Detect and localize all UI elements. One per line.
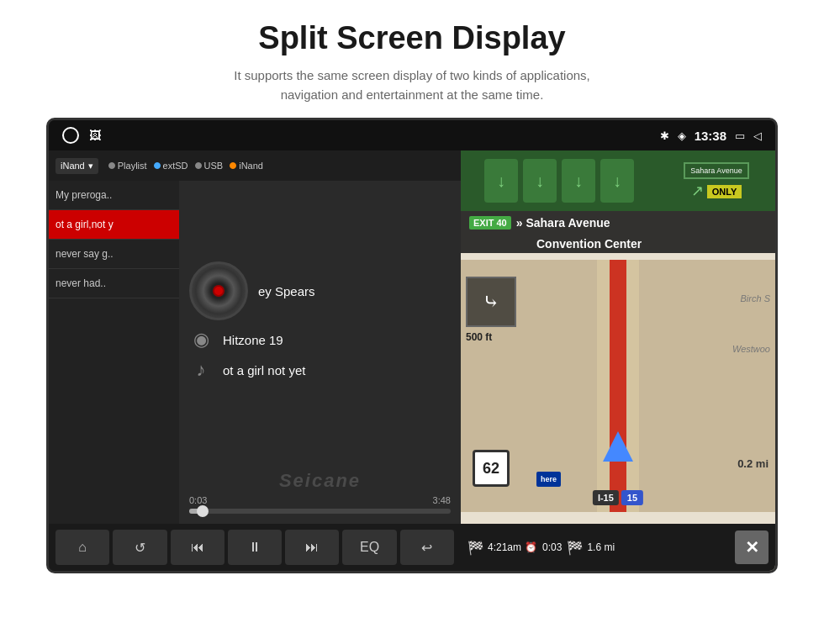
turn-icon-box: ⤷	[466, 277, 516, 327]
distance-500ft: 500 ft	[466, 331, 492, 343]
music-player-panel: iNand ▾ Playlist extSD USB	[49, 150, 461, 571]
radio-playlist-icon	[108, 162, 115, 169]
player-info: ey Spears ◉ Hitzone 19 ♪ ot a girl not y…	[189, 191, 451, 460]
nav-elapsed: 0:03	[542, 541, 562, 553]
arrow-right-icon: ↗	[691, 182, 704, 200]
radio-usb-icon	[195, 162, 202, 169]
nav-direction-arrow	[603, 431, 633, 462]
speed-limit-badge: 62	[473, 450, 510, 487]
source-bar: iNand ▾ Playlist extSD USB	[49, 150, 461, 181]
street-sign: Sahara Avenue	[684, 162, 748, 179]
arrow-down-3: ↓	[562, 159, 595, 203]
status-right: ✱ ◈ 13:38 ▭ ◁	[660, 129, 762, 143]
nav-close-button[interactable]: ✕	[735, 531, 769, 564]
source-extsd[interactable]: extSD	[154, 161, 188, 171]
artist-row: ey Spears	[189, 261, 451, 320]
exit-info: EXIT 40 » Sahara Avenue	[461, 211, 775, 235]
music-note-icon: ♪	[189, 359, 213, 381]
progress-section: Seicane 0:03 3:48	[189, 460, 451, 514]
device-frame: 🖼 ✱ ◈ 13:38 ▭ ◁ iNand ▾ Playlist	[46, 118, 778, 573]
highway-badge: I-15 15	[593, 490, 643, 505]
back-icon: ◁	[753, 129, 762, 142]
page-subtitle: It supports the same screen display of t…	[34, 66, 790, 104]
road-label-birch: Birch S	[741, 293, 770, 304]
map-visual: ⤷ 500 ft Birch S Westwoo 62 here	[461, 260, 775, 512]
source-label: iNand	[61, 161, 85, 171]
flag-start-icon: 🏁	[467, 540, 484, 556]
arrow-down-2: ↓	[523, 159, 557, 203]
nav-map: ↓ ↓ ↓ ↓ Sahara Avenue ↗ ONLY	[461, 150, 775, 571]
nav-bottom-bar: 🏁 4:21am ⏰ 0:03 🏁 1.6 mi ✕	[461, 524, 775, 571]
source-playlist[interactable]: Playlist	[108, 161, 147, 171]
disc-icon: ◉	[189, 329, 213, 351]
clock-icon: ⏰	[525, 541, 537, 553]
progress-bar[interactable]	[189, 509, 451, 514]
venue-name: Convention Center	[536, 237, 642, 251]
window-icon: ▭	[735, 129, 745, 142]
watermark: Seicane	[189, 467, 451, 495]
progress-times: 0:03 3:48	[189, 495, 451, 505]
page-header: Split Screen Display It supports the sam…	[0, 0, 824, 118]
arrow-down-4: ↓	[600, 159, 634, 203]
track-name: ot a girl not yet	[223, 363, 305, 377]
only-badge: ONLY	[707, 185, 742, 198]
track-row: ♪ ot a girl not yet	[189, 359, 451, 381]
list-item[interactable]: ot a girl,not y	[49, 210, 179, 240]
next-button[interactable]: ⏭	[285, 530, 339, 565]
road-label-westwood: Westwoo	[732, 344, 770, 354]
back-button[interactable]: ↩	[400, 530, 454, 565]
nav-info: 🏁 4:21am ⏰ 0:03 🏁 1.6 mi	[467, 540, 735, 556]
road-highlight	[610, 260, 626, 512]
progress-thumb[interactable]	[197, 505, 209, 517]
home-circle-icon	[62, 127, 79, 144]
repeat-button[interactable]: ↺	[113, 530, 166, 565]
disc-center	[213, 285, 224, 297]
navigation-panel: ↓ ↓ ↓ ↓ Sahara Avenue ↗ ONLY	[461, 150, 775, 571]
nav-distance: 0.2 mi	[737, 457, 769, 470]
highway-shield: 15	[621, 490, 643, 505]
source-options: Playlist extSD USB iNand	[108, 161, 263, 171]
artist-name: ey Spears	[258, 284, 315, 298]
here-badge: here	[536, 472, 561, 487]
nav-eta: 🏁 4:21am ⏰	[467, 540, 537, 556]
source-dropdown[interactable]: iNand ▾	[55, 158, 98, 174]
playlist-sidebar: My preroga.. ot a girl,not y never say g…	[49, 181, 179, 524]
image-icon: 🖼	[89, 129, 101, 142]
exit-street: » Sahara Avenue	[516, 216, 610, 230]
direction-banner: ↓ ↓ ↓ ↓ Sahara Avenue ↗ ONLY	[461, 150, 775, 211]
album-name: Hitzone 19	[223, 333, 283, 347]
page-title: Split Screen Display	[34, 20, 790, 56]
source-usb[interactable]: USB	[195, 161, 224, 171]
player-content-area: My preroga.. ot a girl,not y never say g…	[49, 181, 461, 524]
street-sign-section: Sahara Avenue ↗ ONLY	[658, 150, 775, 211]
pause-button[interactable]: ⏸	[228, 530, 282, 565]
eq-button[interactable]: EQ	[342, 530, 396, 565]
radio-inand-icon	[230, 162, 236, 169]
album-row: ◉ Hitzone 19	[189, 329, 451, 351]
controls-bar: ⌂ ↺ ⏮ ⏸ ⏭ EQ ↩	[49, 524, 461, 571]
nav-remaining: 🏁 1.6 mi	[567, 540, 615, 556]
location-icon: ◈	[678, 129, 686, 142]
exit-badge: EXIT 40	[469, 216, 511, 230]
status-bar: 🖼 ✱ ◈ 13:38 ▭ ◁	[49, 120, 775, 150]
arrow-down-1: ↓	[484, 159, 518, 203]
dropdown-chevron-icon: ▾	[88, 161, 93, 172]
time-total: 3:48	[433, 495, 451, 505]
status-left: 🖼	[62, 127, 101, 144]
status-time: 13:38	[695, 129, 726, 143]
bluetooth-icon: ✱	[660, 129, 669, 142]
list-item[interactable]: never say g..	[49, 240, 179, 269]
time-current: 0:03	[189, 495, 207, 505]
direction-arrows: ↓ ↓ ↓ ↓	[461, 150, 658, 211]
highway-name: I-15	[593, 490, 619, 505]
list-item[interactable]: My preroga..	[49, 181, 179, 210]
album-disc	[189, 261, 248, 320]
list-item[interactable]: never had..	[49, 269, 179, 298]
source-inand[interactable]: iNand	[230, 161, 263, 171]
prev-button[interactable]: ⏮	[171, 530, 224, 565]
split-screen: iNand ▾ Playlist extSD USB	[49, 150, 775, 571]
home-button[interactable]: ⌂	[55, 530, 109, 565]
player-main: ey Spears ◉ Hitzone 19 ♪ ot a girl not y…	[179, 181, 461, 524]
turn-icon: ⤷	[483, 290, 499, 314]
flag-end-icon: 🏁	[567, 540, 584, 556]
